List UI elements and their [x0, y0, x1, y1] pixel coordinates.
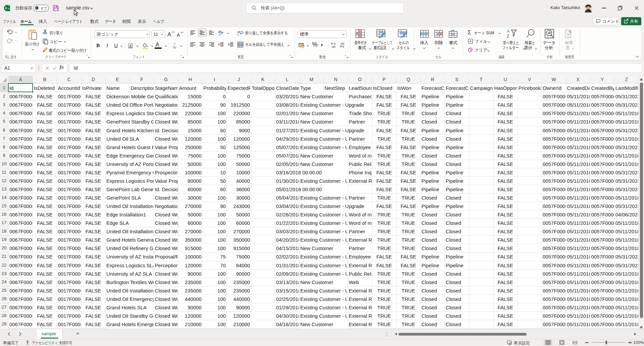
svg-text:A: A: [507, 29, 510, 34]
svg-text:0: 0: [342, 45, 344, 48]
svg-text:ア: ア: [173, 43, 176, 46]
svg-text:Z: Z: [507, 34, 509, 38]
svg-text:.00: .00: [331, 45, 336, 48]
svg-text:X: X: [5, 6, 7, 10]
